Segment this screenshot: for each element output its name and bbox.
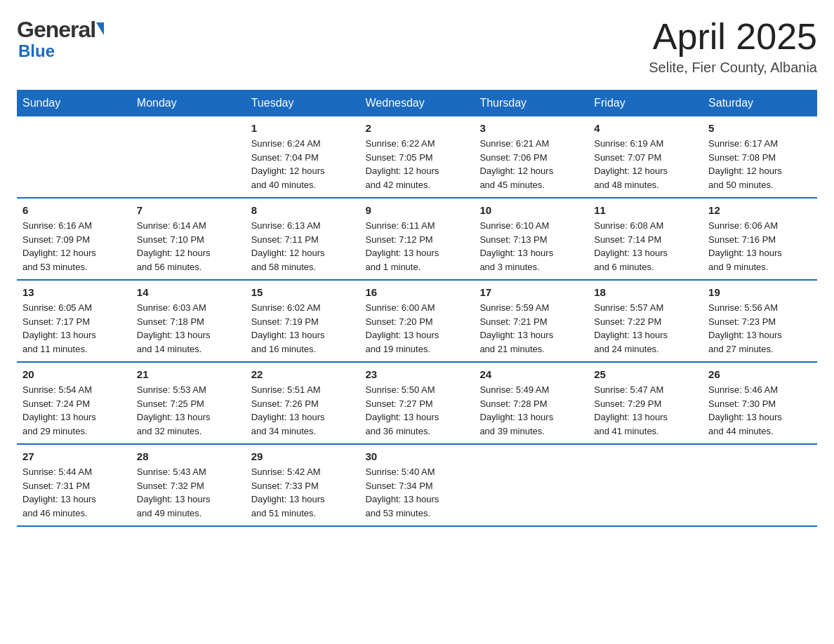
logo-blue-text: Blue: [18, 41, 104, 61]
day-number: 23: [366, 368, 469, 380]
day-cell: 14Sunrise: 6:03 AM Sunset: 7:18 PM Dayli…: [131, 280, 246, 362]
logo-general-text: General: [17, 17, 95, 43]
page-header: General Blue April 2025 Selite, Fier Cou…: [17, 17, 817, 76]
day-number: 13: [22, 286, 126, 298]
day-cell: 21Sunrise: 5:53 AM Sunset: 7:25 PM Dayli…: [131, 362, 246, 444]
calendar-body: 1Sunrise: 6:24 AM Sunset: 7:04 PM Daylig…: [17, 116, 817, 526]
day-info: Sunrise: 6:19 AM Sunset: 7:07 PM Dayligh…: [594, 137, 697, 192]
day-number: 4: [594, 122, 697, 134]
day-info: Sunrise: 6:06 AM Sunset: 7:16 PM Dayligh…: [708, 219, 812, 274]
day-info: Sunrise: 6:00 AM Sunset: 7:20 PM Dayligh…: [366, 301, 469, 356]
day-info: Sunrise: 5:54 AM Sunset: 7:24 PM Dayligh…: [22, 383, 126, 438]
day-cell: 19Sunrise: 5:56 AM Sunset: 7:23 PM Dayli…: [703, 280, 817, 362]
day-cell: 25Sunrise: 5:47 AM Sunset: 7:29 PM Dayli…: [588, 362, 703, 444]
day-cell: 22Sunrise: 5:51 AM Sunset: 7:26 PM Dayli…: [246, 362, 360, 444]
day-number: 17: [479, 286, 583, 298]
day-info: Sunrise: 6:21 AM Sunset: 7:06 PM Dayligh…: [479, 137, 583, 192]
day-number: 10: [479, 204, 583, 216]
day-info: Sunrise: 6:22 AM Sunset: 7:05 PM Dayligh…: [366, 137, 469, 192]
day-number: 8: [251, 204, 355, 216]
day-number: 28: [137, 450, 240, 462]
day-info: Sunrise: 5:40 AM Sunset: 7:34 PM Dayligh…: [366, 465, 469, 520]
header-cell-wednesday: Wednesday: [360, 90, 475, 116]
day-cell: 15Sunrise: 6:02 AM Sunset: 7:19 PM Dayli…: [246, 280, 360, 362]
day-cell: 13Sunrise: 6:05 AM Sunset: 7:17 PM Dayli…: [17, 280, 131, 362]
day-cell: 7Sunrise: 6:14 AM Sunset: 7:10 PM Daylig…: [131, 198, 246, 280]
day-info: Sunrise: 5:57 AM Sunset: 7:22 PM Dayligh…: [594, 301, 697, 356]
header-cell-tuesday: Tuesday: [246, 90, 360, 116]
day-cell: 18Sunrise: 5:57 AM Sunset: 7:22 PM Dayli…: [588, 280, 703, 362]
day-number: 3: [479, 122, 583, 134]
day-number: 7: [137, 204, 240, 216]
logo-arrow-icon: [96, 22, 104, 35]
day-info: Sunrise: 6:16 AM Sunset: 7:09 PM Dayligh…: [22, 219, 126, 274]
day-number: 29: [251, 450, 355, 462]
day-number: 9: [366, 204, 469, 216]
day-number: 21: [137, 368, 240, 380]
day-info: Sunrise: 5:43 AM Sunset: 7:32 PM Dayligh…: [137, 465, 240, 520]
day-cell: 17Sunrise: 5:59 AM Sunset: 7:21 PM Dayli…: [474, 280, 588, 362]
day-info: Sunrise: 5:46 AM Sunset: 7:30 PM Dayligh…: [708, 383, 812, 438]
day-cell: 24Sunrise: 5:49 AM Sunset: 7:28 PM Dayli…: [474, 362, 588, 444]
day-info: Sunrise: 5:49 AM Sunset: 7:28 PM Dayligh…: [479, 383, 583, 438]
week-row-3: 13Sunrise: 6:05 AM Sunset: 7:17 PM Dayli…: [17, 280, 817, 362]
day-number: 24: [479, 368, 583, 380]
day-cell: 4Sunrise: 6:19 AM Sunset: 7:07 PM Daylig…: [588, 116, 703, 198]
day-cell: 26Sunrise: 5:46 AM Sunset: 7:30 PM Dayli…: [703, 362, 817, 444]
day-cell: 2Sunrise: 6:22 AM Sunset: 7:05 PM Daylig…: [360, 116, 475, 198]
day-cell: 20Sunrise: 5:54 AM Sunset: 7:24 PM Dayli…: [17, 362, 131, 444]
location-title: Selite, Fier County, Albania: [649, 60, 817, 76]
day-number: 19: [708, 286, 812, 298]
day-info: Sunrise: 6:11 AM Sunset: 7:12 PM Dayligh…: [366, 219, 469, 274]
day-cell: [474, 444, 588, 526]
day-number: 20: [22, 368, 126, 380]
day-info: Sunrise: 5:42 AM Sunset: 7:33 PM Dayligh…: [251, 465, 355, 520]
day-info: Sunrise: 5:50 AM Sunset: 7:27 PM Dayligh…: [366, 383, 469, 438]
day-cell: [17, 116, 131, 198]
day-info: Sunrise: 6:05 AM Sunset: 7:17 PM Dayligh…: [22, 301, 126, 356]
day-cell: 29Sunrise: 5:42 AM Sunset: 7:33 PM Dayli…: [246, 444, 360, 526]
day-info: Sunrise: 5:51 AM Sunset: 7:26 PM Dayligh…: [251, 383, 355, 438]
day-info: Sunrise: 6:17 AM Sunset: 7:08 PM Dayligh…: [708, 137, 812, 192]
day-number: 11: [594, 204, 697, 216]
day-cell: 12Sunrise: 6:06 AM Sunset: 7:16 PM Dayli…: [703, 198, 817, 280]
day-number: 6: [22, 204, 126, 216]
day-cell: 27Sunrise: 5:44 AM Sunset: 7:31 PM Dayli…: [17, 444, 131, 526]
header-cell-thursday: Thursday: [474, 90, 588, 116]
day-cell: 16Sunrise: 6:00 AM Sunset: 7:20 PM Dayli…: [360, 280, 475, 362]
day-cell: 5Sunrise: 6:17 AM Sunset: 7:08 PM Daylig…: [703, 116, 817, 198]
day-cell: 1Sunrise: 6:24 AM Sunset: 7:04 PM Daylig…: [246, 116, 360, 198]
day-number: 25: [594, 368, 697, 380]
day-cell: 6Sunrise: 6:16 AM Sunset: 7:09 PM Daylig…: [17, 198, 131, 280]
header-row: SundayMondayTuesdayWednesdayThursdayFrid…: [17, 90, 817, 116]
day-number: 5: [708, 122, 812, 134]
header-cell-friday: Friday: [588, 90, 703, 116]
logo: General Blue: [17, 17, 104, 61]
day-number: 12: [708, 204, 812, 216]
day-number: 14: [137, 286, 240, 298]
calendar-header: SundayMondayTuesdayWednesdayThursdayFrid…: [17, 90, 817, 116]
day-number: 18: [594, 286, 697, 298]
day-number: 27: [22, 450, 126, 462]
week-row-5: 27Sunrise: 5:44 AM Sunset: 7:31 PM Dayli…: [17, 444, 817, 526]
day-info: Sunrise: 5:59 AM Sunset: 7:21 PM Dayligh…: [479, 301, 583, 356]
day-cell: [588, 444, 703, 526]
day-number: 30: [366, 450, 469, 462]
day-info: Sunrise: 5:44 AM Sunset: 7:31 PM Dayligh…: [22, 465, 126, 520]
week-row-2: 6Sunrise: 6:16 AM Sunset: 7:09 PM Daylig…: [17, 198, 817, 280]
day-info: Sunrise: 6:24 AM Sunset: 7:04 PM Dayligh…: [251, 137, 355, 192]
day-cell: 11Sunrise: 6:08 AM Sunset: 7:14 PM Dayli…: [588, 198, 703, 280]
day-info: Sunrise: 5:47 AM Sunset: 7:29 PM Dayligh…: [594, 383, 697, 438]
day-number: 1: [251, 122, 355, 134]
day-number: 22: [251, 368, 355, 380]
day-info: Sunrise: 6:02 AM Sunset: 7:19 PM Dayligh…: [251, 301, 355, 356]
month-title: April 2025: [649, 17, 817, 57]
day-info: Sunrise: 5:53 AM Sunset: 7:25 PM Dayligh…: [137, 383, 240, 438]
day-info: Sunrise: 5:56 AM Sunset: 7:23 PM Dayligh…: [708, 301, 812, 356]
day-info: Sunrise: 6:08 AM Sunset: 7:14 PM Dayligh…: [594, 219, 697, 274]
day-cell: 10Sunrise: 6:10 AM Sunset: 7:13 PM Dayli…: [474, 198, 588, 280]
header-cell-monday: Monday: [131, 90, 246, 116]
day-cell: 30Sunrise: 5:40 AM Sunset: 7:34 PM Dayli…: [360, 444, 475, 526]
calendar-table: SundayMondayTuesdayWednesdayThursdayFrid…: [17, 90, 817, 527]
day-info: Sunrise: 6:13 AM Sunset: 7:11 PM Dayligh…: [251, 219, 355, 274]
